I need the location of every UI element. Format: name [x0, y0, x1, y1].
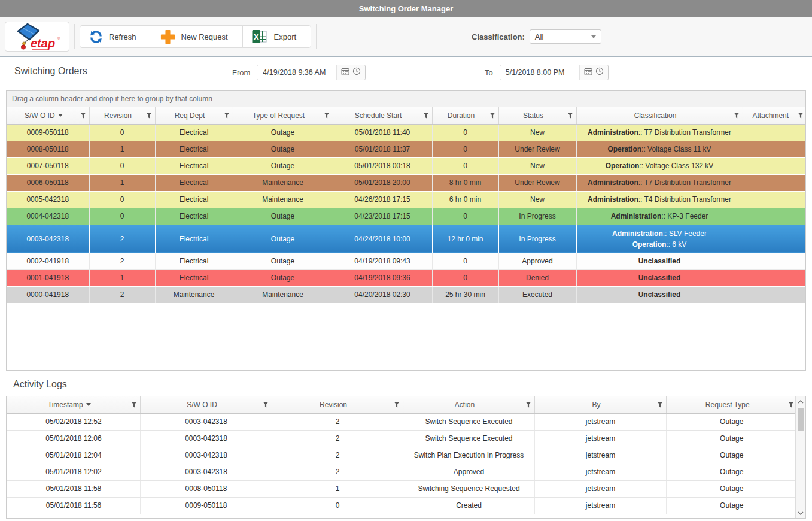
activity-row[interactable]: 05/02/2018 12:520003-0423182Switch Seque… — [7, 413, 797, 430]
filter-icon[interactable] — [525, 401, 531, 408]
activity-row[interactable]: 05/01/2018 12:020003-0423182Approvedjets… — [7, 464, 797, 480]
orders-tbody: 0009-0501180ElectricalOutage05/01/2018 1… — [7, 124, 806, 303]
chevron-down-icon — [591, 35, 596, 38]
column-header-label: Schedule Start — [355, 111, 402, 120]
activity-cell-request_type: Outage — [667, 464, 797, 480]
order-row[interactable]: 0004-0423180ElectricalOutage04/23/2018 1… — [7, 208, 806, 225]
clock-icon[interactable] — [352, 67, 361, 78]
from-label: From — [232, 68, 250, 77]
filter-icon[interactable] — [423, 112, 429, 119]
activity-cell-revision: 2 — [272, 413, 403, 430]
activity-scrollbar[interactable] — [795, 396, 805, 518]
activity-row[interactable]: 05/01/2018 12:060003-0423182Switch Seque… — [7, 430, 797, 447]
to-date-input[interactable] — [500, 65, 579, 80]
activity-header-row: TimestampS/W O IDRevisionActionByRequest… — [7, 396, 797, 413]
order-cell-revision: 0 — [89, 208, 155, 225]
order-row[interactable]: 0003-0423182ElectricalOutage04/24/2018 1… — [7, 225, 806, 253]
filter-icon[interactable] — [798, 112, 804, 119]
calendar-icon[interactable] — [341, 67, 349, 78]
order-cell-classification: Unclassified — [576, 269, 743, 286]
column-header[interactable]: Req Dept — [155, 107, 233, 124]
svg-text:X: X — [253, 32, 258, 41]
column-header[interactable]: Request Type — [667, 396, 797, 413]
column-header[interactable]: Status — [498, 107, 576, 124]
orders-header-row: S/W O IDRevisionReq DeptType of RequestS… — [7, 107, 806, 124]
order-cell-status: In Progress — [498, 225, 576, 253]
filter-icon[interactable] — [657, 401, 663, 408]
column-header[interactable]: Schedule Start — [333, 107, 432, 124]
scrollbar-thumb[interactable] — [798, 408, 804, 431]
order-cell-duration: 0 — [432, 269, 498, 286]
scroll-down-icon[interactable] — [796, 508, 806, 518]
order-cell-status: In Progress — [498, 208, 576, 225]
refresh-button[interactable]: Refresh — [80, 25, 151, 48]
order-cell-type: Outage — [233, 124, 333, 141]
group-by-bar[interactable]: Drag a column header and drop it here to… — [7, 91, 805, 107]
column-header[interactable]: Classification — [576, 107, 743, 124]
new-request-button[interactable]: New Request — [151, 25, 243, 48]
column-header[interactable]: Revision — [272, 396, 403, 413]
filter-icon[interactable] — [324, 112, 330, 119]
scroll-up-icon[interactable] — [796, 396, 806, 407]
classification-label: Classification: — [472, 32, 525, 41]
order-row[interactable]: 0007-0501180ElectricalOutage05/01/2018 0… — [7, 157, 806, 174]
filter-icon[interactable] — [224, 112, 230, 119]
column-header[interactable]: Revision — [89, 107, 155, 124]
from-date-input[interactable] — [257, 65, 336, 80]
column-header[interactable]: Attachment — [743, 107, 806, 124]
export-button[interactable]: X Export — [242, 25, 312, 48]
classification-dropdown[interactable]: All — [530, 29, 601, 44]
order-cell-attachment — [743, 253, 806, 269]
column-header-label: Request Type — [705, 401, 750, 409]
filter-icon[interactable] — [80, 112, 86, 119]
order-row[interactable]: 0009-0501180ElectricalOutage05/01/2018 1… — [7, 124, 806, 141]
order-cell-start: 04/19/2018 09:36 — [333, 269, 432, 286]
activity-tbody: 05/02/2018 12:520003-0423182Switch Seque… — [7, 413, 797, 514]
classification-category: Unclassified — [638, 257, 681, 265]
order-cell-attachment — [743, 157, 806, 174]
order-cell-type: Outage — [233, 157, 333, 174]
filter-icon[interactable] — [131, 401, 137, 408]
column-header[interactable]: S/W O ID — [7, 107, 89, 124]
order-row[interactable]: 0001-0419181ElectricalOutage04/19/2018 0… — [7, 269, 806, 286]
classification-category: Operation — [606, 162, 640, 170]
column-header[interactable]: Duration — [432, 107, 498, 124]
classification-detail: :: 6 kV — [666, 240, 686, 249]
filter-icon[interactable] — [567, 112, 573, 119]
activity-cell-request_type: Outage — [667, 413, 797, 430]
column-header[interactable]: By — [535, 396, 667, 413]
order-cell-start: 04/26/2018 17:15 — [333, 191, 432, 208]
filter-icon[interactable] — [394, 401, 400, 408]
filter-icon[interactable] — [263, 401, 269, 408]
column-header[interactable]: Type of Request — [233, 107, 333, 124]
filter-icon[interactable] — [788, 401, 794, 408]
order-cell-duration: 0 — [432, 208, 498, 225]
column-header-label: Revision — [104, 111, 132, 120]
order-cell-status: New — [498, 191, 576, 208]
filter-icon[interactable] — [489, 112, 495, 119]
order-cell-duration: 12 hr 0 min — [432, 225, 498, 253]
etap-logo-button[interactable]: etap ® — [5, 22, 69, 52]
order-row[interactable]: 0000-0419182MaintenanceMaintenance04/20/… — [7, 286, 806, 303]
calendar-icon[interactable] — [584, 67, 592, 78]
order-cell-start: 04/19/2018 09:43 — [333, 253, 432, 269]
order-cell-attachment — [743, 124, 806, 141]
order-row[interactable]: 0005-0423180ElectricalMaintenance04/26/2… — [7, 191, 806, 208]
clock-icon[interactable] — [595, 67, 604, 78]
order-row[interactable]: 0008-0501181ElectricalOutage05/01/2018 1… — [7, 141, 806, 157]
column-header[interactable]: S/W O ID — [141, 396, 272, 413]
order-row[interactable]: 0006-0501181ElectricalMaintenance05/01/2… — [7, 174, 806, 191]
activity-cell-action: Approved — [403, 464, 535, 480]
etap-logo-icon: etap ® — [10, 23, 64, 51]
order-row[interactable]: 0002-0419182ElectricalOutage04/19/2018 0… — [7, 253, 806, 269]
column-header[interactable]: Timestamp — [7, 396, 141, 413]
filter-icon[interactable] — [146, 112, 152, 119]
activity-row[interactable]: 05/01/2018 12:040003-0423182Switch Plan … — [7, 447, 797, 464]
activity-logs-grid: TimestampS/W O IDRevisionActionByRequest… — [6, 396, 806, 519]
order-cell-duration: 6 hr 0 min — [432, 191, 498, 208]
order-cell-status: Executed — [498, 286, 576, 303]
activity-row[interactable]: 05/01/2018 11:580008-0501181Switching Se… — [7, 480, 797, 497]
activity-row[interactable]: 05/01/2018 11:560009-0501180Createdjetst… — [7, 497, 797, 514]
filter-icon[interactable] — [734, 112, 740, 119]
column-header[interactable]: Action — [403, 396, 535, 413]
